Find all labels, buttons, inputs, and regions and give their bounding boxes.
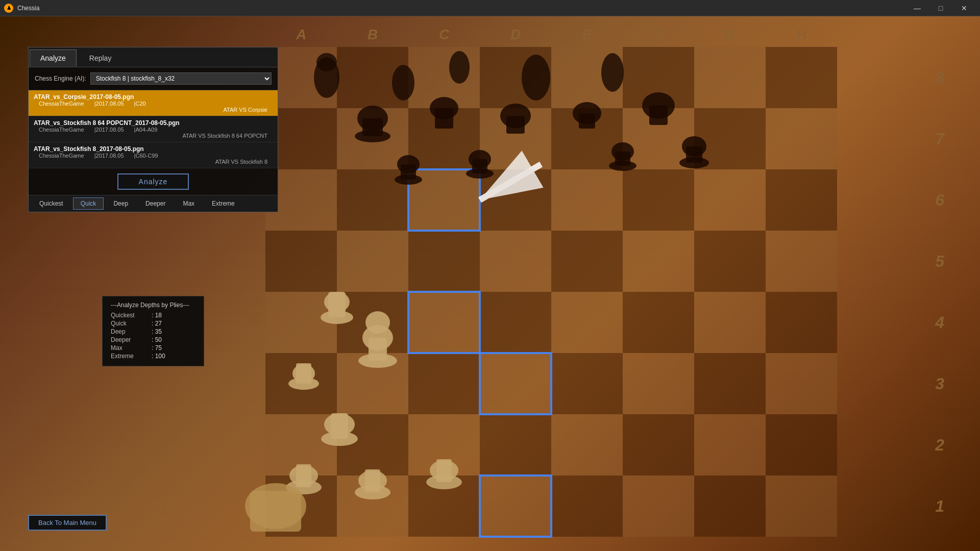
game-item-1[interactable]: ATAR_vs_Stockfish 8 64 POPCNT_2017-08-05… (29, 116, 278, 142)
depth-row-deep: Deep : 35 (111, 328, 195, 335)
game-players-2: ATAR VS Stockfish 8 (34, 159, 273, 165)
analyze-button[interactable]: Analyze (117, 173, 189, 190)
file-label-h: H (766, 27, 837, 43)
depth-row-deeper: Deeper : 50 (111, 336, 195, 343)
game-meta-2: ChessiaTheGame |2017.08.05 |C60-C99 (34, 153, 158, 159)
analyze-btn-row: Analyze (29, 168, 278, 195)
game-meta-0: ChessiaTheGame |2017.08.05 |C20 (34, 101, 146, 107)
file-label-e: E (551, 27, 623, 43)
back-to-main-menu-button[interactable]: Back To Main Menu (28, 515, 107, 531)
file-label-c: C (408, 27, 480, 43)
titlebar: ♟ Chessia — □ ✕ (0, 0, 980, 16)
game-players-0: ATAR VS Corpsie (34, 107, 273, 113)
tab-bar: Analyze Replay (29, 47, 278, 67)
engine-row: Chess Engine (AI): Stockfish 8 | stockfi… (29, 67, 278, 90)
depth-info-panel: ---Analyze Depths by Plies--- Quickest :… (102, 296, 204, 366)
game-title-0: ATAR_vs_Corpsie_2017-08-05.pgn (34, 93, 273, 101)
main-area: A B C D E F G H 8 7 6 5 4 3 2 1 (0, 16, 980, 551)
file-label-a: A (265, 27, 337, 43)
titlebar-controls: — □ ✕ (905, 0, 976, 16)
game-item-2[interactable]: ATAR_vs_Stockfish 8_2017-08-05.pgn Chess… (29, 142, 278, 168)
maximize-button[interactable]: □ (929, 0, 952, 16)
game-list: ATAR_vs_Corpsie_2017-08-05.pgn ChessiaTh… (29, 90, 278, 168)
game-players-1: ATAR VS Stockfish 8 64 POPCNT (34, 133, 273, 139)
app-icon: ♟ (4, 4, 13, 13)
depth-row-quick: Quick : 27 (111, 320, 195, 327)
file-label-d: D (480, 27, 551, 43)
depth-info-title: ---Analyze Depths by Plies--- (111, 302, 195, 309)
minimize-button[interactable]: — (905, 0, 929, 16)
depth-tab-extreme[interactable]: Extreme (204, 197, 242, 210)
game-title-2: ATAR_vs_Stockfish 8_2017-08-05.pgn (34, 145, 273, 153)
depth-tabs: Quickest Quick Deep Deeper Max Extreme (29, 195, 278, 212)
file-labels: A B C D E F G H (265, 27, 837, 43)
ui-panel: Analyze Replay Chess Engine (AI): Stockf… (28, 47, 278, 212)
depth-row-extreme: Extreme : 100 (111, 353, 195, 360)
game-item-0[interactable]: ATAR_vs_Corpsie_2017-08-05.pgn ChessiaTh… (29, 90, 278, 116)
file-label-f: F (623, 27, 694, 43)
engine-label: Chess Engine (AI): (35, 75, 86, 82)
app-title: Chessia (17, 5, 39, 12)
depth-tab-deep[interactable]: Deep (106, 197, 136, 210)
close-button[interactable]: ✕ (952, 0, 976, 16)
depth-tab-quickest[interactable]: Quickest (32, 197, 71, 210)
depth-tab-deeper[interactable]: Deeper (138, 197, 173, 210)
file-label-g: G (694, 27, 766, 43)
tab-analyze[interactable]: Analyze (30, 49, 77, 67)
depth-row-quickest: Quickest : 18 (111, 312, 195, 319)
depth-tab-quick[interactable]: Quick (73, 197, 104, 210)
game-meta-1: ChessiaTheGame |2017.08.05 |A04-A09 (34, 127, 157, 133)
file-label-b: B (337, 27, 408, 43)
titlebar-left: ♟ Chessia (4, 4, 39, 13)
depth-tab-max[interactable]: Max (175, 197, 202, 210)
engine-select[interactable]: Stockfish 8 | stockfish_8_x32 (90, 72, 272, 85)
rank-labels: 8 7 6 5 4 3 2 1 (935, 47, 944, 537)
tab-replay[interactable]: Replay (79, 49, 122, 67)
depth-row-max: Max : 75 (111, 344, 195, 352)
game-title-1: ATAR_vs_Stockfish 8 64 POPCNT_2017-08-05… (34, 119, 273, 127)
